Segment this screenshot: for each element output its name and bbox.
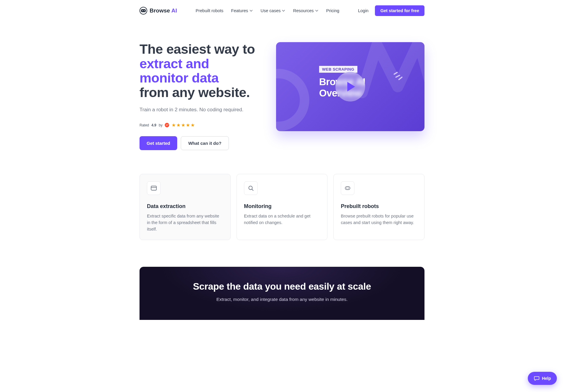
feature-title: Data extraction	[147, 203, 223, 210]
get-started-button[interactable]: Get started	[140, 136, 177, 150]
robot-icon	[341, 181, 354, 195]
data-extraction-icon	[147, 181, 161, 195]
g2-icon: G²	[165, 123, 169, 127]
main-nav: Prebuilt robots Features Use cases Resou…	[196, 8, 339, 13]
brand-first: Browse	[150, 7, 170, 14]
header-actions: Login Get started for free	[358, 5, 424, 16]
chevron-down-icon	[282, 9, 285, 12]
get-started-free-button[interactable]: Get started for free	[375, 5, 424, 16]
svg-line-6	[252, 189, 253, 191]
feature-desc: Extract data on a schedule and get notif…	[244, 213, 320, 226]
chevron-down-icon	[315, 9, 319, 12]
nav-resources[interactable]: Resources	[293, 8, 318, 13]
stars-icon: ★★★★★	[172, 122, 195, 128]
svg-rect-3	[151, 186, 156, 190]
video-bg-m-icon	[359, 42, 424, 99]
nav-pricing[interactable]: Pricing	[326, 8, 339, 13]
svg-rect-0	[141, 9, 146, 12]
svg-point-8	[346, 188, 347, 189]
nav-features[interactable]: Features	[231, 8, 253, 13]
nav-prebuilt-robots[interactable]: Prebuilt robots	[196, 8, 224, 13]
svg-point-1	[142, 10, 143, 11]
header: Browse AI Prebuilt robots Features Use c…	[140, 0, 424, 21]
video-bg-decoration-icon	[276, 69, 309, 131]
feature-title: Prebuilt robots	[341, 203, 417, 210]
hero-title: The easiest way to extract and monitor d…	[140, 42, 261, 100]
svg-point-2	[144, 10, 145, 11]
cta-title: Scrape the data you need easily at scale	[151, 281, 413, 292]
login-link[interactable]: Login	[358, 8, 368, 13]
monitoring-icon	[244, 181, 258, 195]
hero-buttons: Get started What can it do?	[140, 136, 261, 150]
play-icon	[347, 82, 355, 91]
what-can-it-do-button[interactable]: What can it do?	[181, 136, 229, 150]
hero-left: The easiest way to extract and monitor d…	[140, 42, 261, 150]
chevron-down-icon	[249, 9, 253, 12]
sparkle-icon	[393, 70, 404, 80]
feature-card-monitoring[interactable]: Monitoring Extract data on a schedule an…	[237, 174, 328, 240]
feature-desc: Browse prebuilt robots for popular use c…	[341, 213, 417, 226]
logo-mark-icon	[140, 7, 147, 15]
hero-subtitle: Train a robot in 2 minutes. No coding re…	[140, 107, 261, 113]
cta-section: Scrape the data you need easily at scale…	[140, 267, 424, 320]
hero-section: The easiest way to extract and monitor d…	[140, 21, 424, 165]
svg-point-9	[348, 188, 349, 189]
logo[interactable]: Browse AI	[140, 7, 177, 15]
nav-use-cases[interactable]: Use cases	[261, 8, 286, 13]
cta-subtitle: Extract, monitor, and integrate data fro…	[151, 297, 413, 302]
feature-card-data-extraction[interactable]: Data extraction Extract specific data fr…	[140, 174, 231, 240]
feature-title: Monitoring	[244, 203, 320, 210]
feature-desc: Extract specific data from any website i…	[147, 213, 223, 232]
hero-video[interactable]: WEB SCRAPING Browse AI Overview	[276, 42, 424, 131]
svg-rect-7	[345, 187, 350, 190]
brand-second: AI	[171, 7, 177, 14]
features-row: Data extraction Extract specific data fr…	[140, 165, 424, 258]
feature-card-prebuilt-robots[interactable]: Prebuilt robots Browse prebuilt robots f…	[333, 174, 424, 240]
play-button[interactable]	[335, 72, 365, 101]
rating-row: Rated 4.9 by G² ★★★★★	[140, 122, 261, 128]
